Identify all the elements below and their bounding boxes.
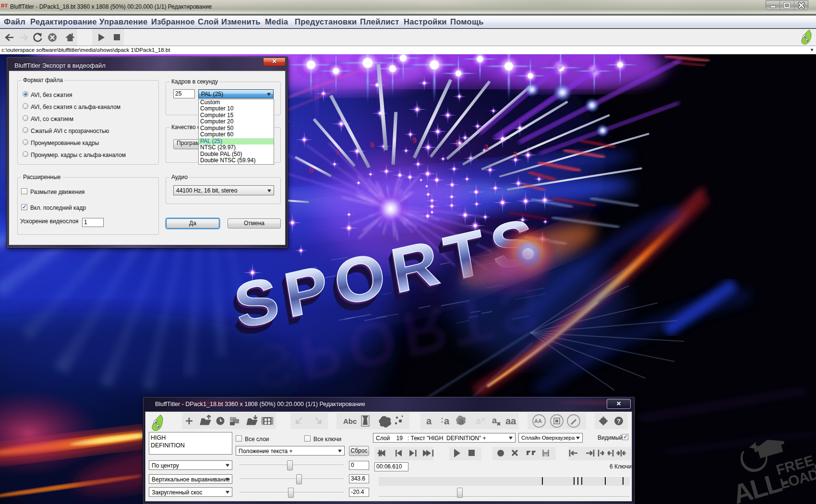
svg-text:a: a — [458, 416, 464, 426]
svg-text:Abc: Abc — [343, 417, 357, 425]
svg-text:a: a — [476, 416, 481, 426]
svg-text:?: ? — [617, 418, 621, 425]
svg-text:a: a — [492, 416, 497, 425]
svg-text:a: a — [444, 416, 450, 426]
svg-text:aa: aa — [505, 416, 516, 426]
svg-text:a: a — [426, 416, 432, 426]
svg-text:AA: AA — [534, 418, 542, 424]
